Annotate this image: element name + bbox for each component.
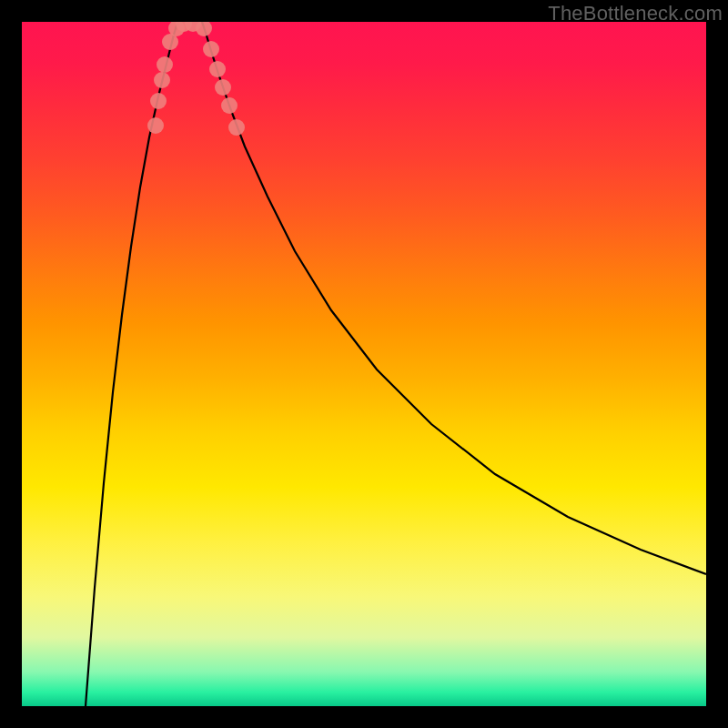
marker-dot <box>228 119 245 136</box>
marker-dot <box>221 97 238 114</box>
marker-dot <box>157 56 173 73</box>
marker-dot <box>154 72 170 88</box>
plot-area <box>22 22 706 706</box>
curves-svg <box>22 22 706 706</box>
watermark-text: TheBottleneck.com <box>548 2 723 25</box>
marker-dot <box>196 22 212 36</box>
left-curve <box>86 22 179 706</box>
right-curve <box>202 22 706 574</box>
highlight-dots <box>147 22 245 136</box>
marker-dot <box>203 41 219 57</box>
marker-dot <box>209 61 226 77</box>
marker-dot <box>215 79 231 96</box>
marker-dot <box>147 117 164 134</box>
marker-dot <box>150 93 167 109</box>
chart-frame: TheBottleneck.com <box>0 0 728 728</box>
